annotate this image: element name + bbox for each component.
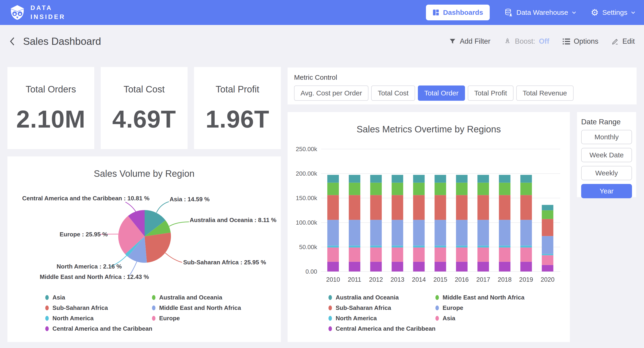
bar-2017-central-america-and-the-caribbean[interactable] [478, 262, 489, 271]
bar-2016-europe[interactable] [456, 220, 468, 245]
bar-2017-australia-and-oceania[interactable] [478, 175, 489, 183]
metric-option-avg-cost-per-order[interactable]: Avg. Cost per Order [294, 86, 368, 101]
date-range-year[interactable]: Year [581, 184, 632, 198]
bar-2015-asia[interactable] [434, 247, 446, 262]
bar-2020-europe[interactable] [542, 236, 554, 254]
bar-2012-sub-saharan-africa[interactable] [370, 195, 382, 220]
bar-2014-sub-saharan-africa[interactable] [413, 195, 424, 220]
bar-2015-australia-and-oceania[interactable] [434, 175, 446, 183]
bar-2011-australia-and-oceania[interactable] [349, 175, 360, 183]
edit-button[interactable]: Edit [612, 37, 635, 46]
bar-2019-north-america[interactable] [520, 246, 532, 248]
bar-2017-europe[interactable] [478, 220, 489, 245]
bar-2019-asia[interactable] [520, 247, 532, 262]
legend-item[interactable]: North America [45, 315, 152, 322]
bar-2011-asia[interactable] [349, 247, 360, 262]
bar-2019-middle-east-and-north-africa[interactable] [520, 183, 532, 195]
bar-2010-europe[interactable] [327, 220, 339, 245]
bar-2020-australia-and-oceania[interactable] [542, 205, 554, 210]
bar-2018-australia-and-oceania[interactable] [499, 175, 510, 183]
back-button[interactable] [9, 36, 15, 47]
bar-2019-central-america-and-the-caribbean[interactable] [520, 262, 532, 271]
bar-2016-sub-saharan-africa[interactable] [456, 195, 468, 220]
bar-2013-sub-saharan-africa[interactable] [392, 195, 403, 220]
bar-2012-australia-and-oceania[interactable] [370, 175, 382, 183]
bar-2013-north-america[interactable] [392, 246, 403, 248]
bar-2015-sub-saharan-africa[interactable] [434, 195, 446, 220]
date-range-weekly[interactable]: Weekly [581, 166, 632, 180]
bar-2014-middle-east-and-north-africa[interactable] [413, 183, 424, 195]
metric-option-total-revenue[interactable]: Total Revenue [516, 86, 574, 101]
legend-item[interactable]: Middle East and North Africa [152, 304, 241, 311]
bar-2018-asia[interactable] [499, 247, 510, 262]
bar-2011-middle-east-and-north-africa[interactable] [349, 183, 360, 195]
bar-2018-europe[interactable] [499, 220, 510, 245]
legend-item[interactable]: Sub-Saharan Africa [328, 304, 436, 311]
legend-item[interactable]: Australia and Oceania [152, 294, 241, 301]
bar-2014-asia[interactable] [413, 247, 424, 262]
bar-2018-sub-saharan-africa[interactable] [499, 195, 510, 220]
legend-item[interactable]: Asia [45, 294, 152, 301]
metric-option-total-order[interactable]: Total Order [418, 86, 465, 101]
bar-2014-australia-and-oceania[interactable] [413, 175, 424, 183]
bar-2012-north-america[interactable] [370, 246, 382, 248]
date-range-monthly[interactable]: Monthly [581, 130, 632, 144]
metric-option-total-cost[interactable]: Total Cost [371, 86, 415, 101]
bar-2012-middle-east-and-north-africa[interactable] [370, 183, 382, 195]
bar-2016-asia[interactable] [456, 247, 468, 262]
nav-data-warehouse[interactable]: Data Warehouse [504, 8, 576, 17]
legend-item[interactable]: Middle East and North Africa [436, 294, 524, 301]
bar-2015-central-america-and-the-caribbean[interactable] [434, 262, 446, 271]
bar-2020-sub-saharan-africa[interactable] [542, 219, 554, 236]
legend-item[interactable]: North America [328, 315, 436, 322]
bar-2016-australia-and-oceania[interactable] [456, 175, 468, 183]
bar-2011-north-america[interactable] [349, 246, 360, 248]
bar-2011-sub-saharan-africa[interactable] [349, 195, 360, 220]
bar-2010-north-america[interactable] [327, 246, 339, 248]
bar-2015-europe[interactable] [434, 220, 446, 245]
bar-2013-europe[interactable] [392, 220, 403, 245]
bar-2016-north-america[interactable] [456, 246, 468, 248]
bar-2017-north-america[interactable] [478, 246, 489, 248]
bar-2012-europe[interactable] [370, 220, 382, 245]
nav-settings[interactable]: ⚙ Settings [591, 8, 635, 17]
bar-2017-sub-saharan-africa[interactable] [478, 195, 489, 220]
bar-2019-europe[interactable] [520, 220, 532, 245]
bar-2019-sub-saharan-africa[interactable] [520, 195, 532, 220]
bar-2015-north-america[interactable] [434, 246, 446, 248]
bar-2014-north-america[interactable] [413, 246, 424, 248]
date-range-week-date[interactable]: Week Date [581, 148, 632, 162]
bar-2012-central-america-and-the-caribbean[interactable] [370, 262, 382, 271]
bar-2011-europe[interactable] [349, 220, 360, 245]
bar-2012-asia[interactable] [370, 247, 382, 262]
bar-2013-asia[interactable] [392, 247, 403, 262]
bar-2014-europe[interactable] [413, 220, 424, 245]
bar-2020-central-america-and-the-caribbean[interactable] [542, 265, 554, 271]
bar-2013-australia-and-oceania[interactable] [392, 175, 403, 183]
bar-2011-central-america-and-the-caribbean[interactable] [349, 262, 360, 271]
bar-2020-asia[interactable] [542, 255, 554, 265]
boost-toggle[interactable]: Boost: Off [504, 37, 549, 46]
bar-2019-australia-and-oceania[interactable] [520, 175, 532, 183]
legend-item[interactable]: Central America and the Caribbean [328, 325, 436, 332]
bar-2017-middle-east-and-north-africa[interactable] [478, 183, 489, 195]
bar-2016-middle-east-and-north-africa[interactable] [456, 183, 468, 195]
bar-2020-north-america[interactable] [542, 254, 554, 255]
legend-item[interactable]: Australia and Oceania [328, 294, 436, 301]
bar-2018-middle-east-and-north-africa[interactable] [499, 183, 510, 195]
legend-item[interactable]: Central America and the Caribbean [45, 325, 152, 332]
legend-item[interactable]: Europe [152, 315, 241, 322]
bar-2013-central-america-and-the-caribbean[interactable] [392, 262, 403, 271]
bar-2020-middle-east-and-north-africa[interactable] [542, 210, 554, 219]
bar-2018-central-america-and-the-caribbean[interactable] [499, 262, 510, 271]
legend-item[interactable]: Asia [436, 315, 524, 322]
bar-2013-middle-east-and-north-africa[interactable] [392, 183, 403, 195]
bar-2018-north-america[interactable] [499, 246, 510, 248]
metric-option-total-profit[interactable]: Total Profit [468, 86, 514, 101]
bar-2010-sub-saharan-africa[interactable] [327, 195, 339, 220]
options-button[interactable]: Options [563, 37, 598, 46]
legend-item[interactable]: Sub-Saharan Africa [45, 304, 152, 311]
bar-2014-central-america-and-the-caribbean[interactable] [413, 262, 424, 271]
bar-2010-australia-and-oceania[interactable] [327, 175, 339, 183]
bar-2010-middle-east-and-north-africa[interactable] [327, 183, 339, 195]
